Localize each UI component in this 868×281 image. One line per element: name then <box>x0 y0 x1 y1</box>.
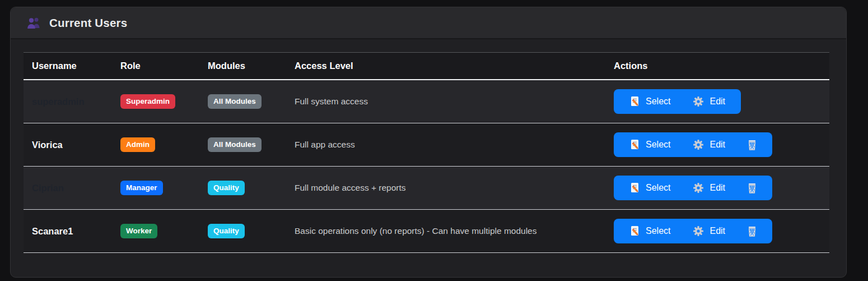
action-button-group: Select <box>614 89 741 114</box>
action-button-group: Select <box>614 176 772 200</box>
select-button-label: Select <box>646 183 670 193</box>
edit-button-label: Edit <box>710 140 725 150</box>
module-badge: Quality <box>208 224 245 238</box>
modules-cell: Quality <box>199 224 286 238</box>
table-body: superadmin Superadmin All Modules Full s… <box>24 80 829 253</box>
access-level-text: Basic operations only (no reports) - Can… <box>295 226 537 236</box>
trash-icon <box>746 182 758 194</box>
memo-icon <box>629 96 640 107</box>
actions-cell: Select <box>605 176 829 200</box>
access-level-text: Full app access <box>295 140 355 149</box>
table-row: superadmin Superadmin All Modules Full s… <box>24 80 829 123</box>
users-icon <box>26 16 41 29</box>
username-cell: Scanare1 <box>24 226 112 237</box>
role-cell: Worker <box>112 224 199 238</box>
role-cell: Manager <box>112 181 199 195</box>
column-header-username: Username <box>24 61 112 71</box>
edit-button-label: Edit <box>710 183 725 193</box>
access-level-cell: Full system access <box>286 96 605 107</box>
access-level-cell: Full module access + reports <box>286 183 605 193</box>
page-title: Current Users <box>49 16 127 30</box>
select-button-label: Select <box>646 96 670 107</box>
actions-cell: Select <box>605 219 829 243</box>
table-header-row: Username Role Modules Access Level Actio… <box>24 52 829 80</box>
username-text: superadmin <box>32 96 85 107</box>
memo-icon <box>629 225 640 237</box>
action-button-group: Select <box>614 132 772 157</box>
actions-cell: Select <box>605 132 829 157</box>
role-cell: Admin <box>112 137 199 152</box>
table-row: Viorica Admin All Modules Full app acces… <box>24 123 829 167</box>
select-button[interactable]: Select <box>618 132 682 157</box>
select-button[interactable]: Select <box>618 219 682 243</box>
access-level-cell: Full app access <box>286 140 605 150</box>
modules-cell: All Modules <box>199 94 286 109</box>
role-cell: Superadmin <box>112 94 199 109</box>
action-button-group: Select <box>614 219 772 243</box>
modules-cell: All Modules <box>199 137 286 152</box>
memo-icon <box>629 139 640 150</box>
select-button[interactable]: Select <box>618 176 682 200</box>
select-button-label: Select <box>646 226 670 236</box>
role-badge: Superadmin <box>120 94 175 109</box>
gear-icon <box>693 182 704 194</box>
delete-button[interactable] <box>736 219 768 243</box>
access-level-text: Full module access + reports <box>295 183 406 192</box>
select-button-label: Select <box>646 140 670 150</box>
module-badge: All Modules <box>208 94 262 109</box>
modules-cell: Quality <box>199 181 286 195</box>
username-text: Viorica <box>32 140 63 150</box>
module-badge: Quality <box>208 181 245 195</box>
trash-icon <box>746 139 758 151</box>
username-cell: superadmin <box>24 96 112 107</box>
delete-button[interactable] <box>736 132 768 157</box>
access-level-text: Full system access <box>295 96 368 106</box>
edit-button[interactable]: Edit <box>682 219 736 243</box>
gear-icon <box>693 139 704 150</box>
edit-button[interactable]: Edit <box>682 132 736 157</box>
username-cell: Ciprian <box>24 183 112 194</box>
column-header-role: Role <box>112 61 199 71</box>
column-header-modules: Modules <box>199 61 286 71</box>
username-text: Ciprian <box>32 183 64 193</box>
column-header-actions: Actions <box>605 61 829 71</box>
current-users-panel: Current Users Username Role Modules Acce… <box>10 7 847 278</box>
memo-icon <box>629 182 640 194</box>
select-button[interactable]: Select <box>618 89 682 114</box>
gear-icon <box>693 225 704 237</box>
role-badge: Worker <box>120 224 157 238</box>
edit-button[interactable]: Edit <box>682 176 736 200</box>
trash-icon <box>746 225 758 237</box>
gear-icon <box>693 96 704 107</box>
role-badge: Admin <box>120 137 155 152</box>
role-badge: Manager <box>120 181 163 195</box>
username-cell: Viorica <box>24 140 112 150</box>
edit-button-label: Edit <box>710 96 725 107</box>
edit-button[interactable]: Edit <box>682 89 736 114</box>
access-level-cell: Basic operations only (no reports) - Can… <box>286 226 605 236</box>
panel-body: Username Role Modules Access Level Actio… <box>11 39 846 253</box>
edit-button-label: Edit <box>710 226 725 236</box>
delete-button[interactable] <box>736 176 768 200</box>
panel-header: Current Users <box>11 7 846 39</box>
username-text: Scanare1 <box>32 226 73 236</box>
column-header-access-level: Access Level <box>286 61 605 71</box>
actions-cell: Select <box>605 89 829 114</box>
users-table: Username Role Modules Access Level Actio… <box>24 52 829 253</box>
table-row: Ciprian Manager Quality Full module acce… <box>24 167 829 210</box>
table-row: Scanare1 Worker Quality Basic operations… <box>24 210 829 253</box>
module-badge: All Modules <box>208 137 262 152</box>
